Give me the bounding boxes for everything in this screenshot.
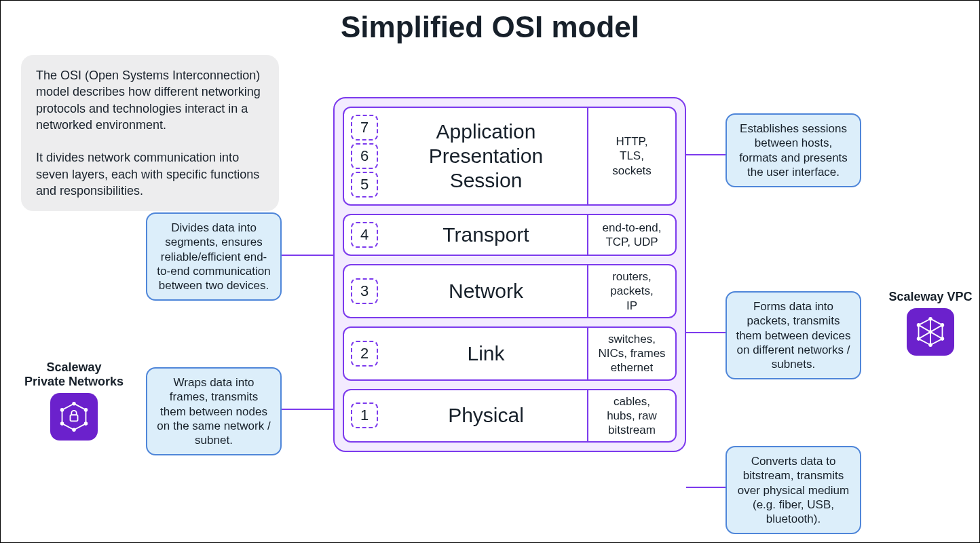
layer-physical: 1 Physical cables, hubs, raw bitstream: [343, 389, 677, 443]
svg-rect-7: [70, 415, 77, 421]
svg-point-6: [61, 409, 64, 411]
badge-label: Scaleway VPC: [888, 290, 972, 304]
svg-point-14: [941, 337, 944, 340]
network-mesh-icon: [907, 308, 954, 356]
layer-numbers: 7 6 5: [344, 108, 385, 204]
svg-point-17: [918, 324, 920, 326]
layer-name: Link: [385, 328, 587, 379]
layer-name: Transport: [385, 215, 587, 255]
svg-point-1: [73, 402, 75, 405]
layer-application: 7 6 5 Application Presentation Session H…: [343, 107, 677, 206]
layer-protocols: end-to-end, TCP, UDP: [587, 215, 675, 255]
svg-point-13: [941, 324, 944, 326]
badge-private-networks: Scaleway Private Networks: [13, 360, 135, 441]
badge-vpc: Scaleway VPC: [869, 290, 980, 356]
layer-protocols: cables, hubs, raw bitstream: [587, 390, 675, 442]
connector-link: [280, 409, 335, 410]
layer-name: Network: [385, 265, 587, 317]
connector-network: [686, 332, 727, 333]
svg-point-12: [929, 318, 932, 320]
svg-point-4: [73, 428, 75, 431]
connector-physical: [686, 487, 727, 488]
svg-point-18: [929, 331, 932, 333]
note-transport: Divides data into segments, ensures reli…: [146, 212, 282, 301]
diagram-page: Simplified OSI model The OSI (Open Syste…: [0, 0, 980, 543]
layer-numbers: 4: [344, 215, 385, 255]
layer-protocols: switches, NICs, frames ethernet: [587, 328, 675, 379]
layer-network: 3 Network routers, packets, IP: [343, 264, 677, 318]
layer-numbers: 3: [344, 265, 385, 317]
layer-number: 5: [351, 172, 378, 198]
layer-number: 2: [351, 341, 378, 367]
note-network: Forms data into packets, transmits them …: [725, 291, 861, 379]
layer-protocols: routers, packets, IP: [587, 265, 675, 317]
osi-stack: 7 6 5 Application Presentation Session H…: [333, 97, 686, 452]
svg-point-15: [929, 343, 932, 346]
layer-protocols: HTTP, TLS, sockets: [587, 108, 675, 204]
note-application: Establishes sessions between hosts, form…: [725, 113, 861, 187]
page-title: Simplified OSI model: [1, 10, 979, 44]
svg-marker-0: [62, 404, 86, 430]
svg-point-3: [85, 422, 88, 425]
svg-point-16: [918, 337, 920, 340]
intro-box: The OSI (Open Systems Interconnection) m…: [21, 55, 279, 211]
layer-transport: 4 Transport end-to-end, TCP, UDP: [343, 214, 677, 256]
network-lock-icon: [50, 393, 98, 441]
connector-transport: [280, 255, 335, 256]
layer-number: 6: [351, 143, 378, 169]
layer-number: 7: [351, 115, 378, 141]
layer-name: Physical: [385, 390, 587, 442]
svg-point-5: [61, 422, 64, 425]
layer-number: 3: [351, 278, 378, 304]
layer-name: Application Presentation Session: [385, 108, 587, 204]
connector-app: [686, 154, 727, 155]
svg-point-2: [85, 409, 88, 411]
layer-link: 2 Link switches, NICs, frames ethernet: [343, 326, 677, 381]
layer-numbers: 1: [344, 390, 385, 442]
note-physical: Converts data to bitstream, transmits ov…: [725, 446, 861, 534]
layer-number: 4: [351, 222, 378, 248]
badge-label: Scaleway Private Networks: [24, 360, 124, 389]
layer-numbers: 2: [344, 328, 385, 379]
layer-number: 1: [351, 402, 378, 428]
note-link: Wraps data into frames, transmits them b…: [146, 367, 282, 455]
